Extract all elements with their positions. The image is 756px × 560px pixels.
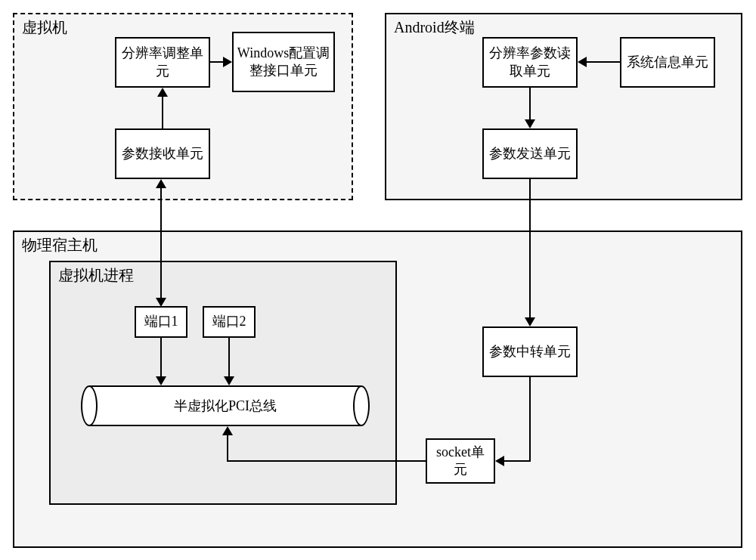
diagram-canvas: 虚拟机 分辨率调整单元 Windows配置调整接口单元 参数接收单元 Andro…: [0, 0, 756, 560]
arrow-socket-to-pci-head: [222, 426, 233, 435]
pci-bus-label: 半虚拟化PCI总线: [174, 397, 277, 415]
arrow-read-to-send-line: [529, 88, 531, 121]
resolution-adjust-unit: 分辨率调整单元: [115, 37, 210, 88]
arrow-port1-to-pci-line: [160, 338, 162, 378]
arrow-port1-paramrecv-down: [156, 298, 166, 307]
arrow-sysinfo-to-read-head: [578, 57, 587, 67]
arrow-sysinfo-to-read-line: [587, 61, 620, 63]
port2-box: 端口2: [203, 306, 256, 338]
host-title: 物理宿主机: [22, 235, 98, 255]
vm-process-title: 虚拟机进程: [58, 265, 134, 286]
vm-title: 虚拟机: [22, 17, 67, 38]
android-title: Android终端: [394, 17, 475, 38]
arrow-port1-paramrecv-line: [160, 187, 162, 299]
arrow-send-to-relay-line: [529, 179, 531, 319]
arrow-receive-to-adjust-line: [162, 97, 163, 128]
arrow-send-to-relay-head: [525, 317, 535, 326]
param-send-unit: 参数发送单元: [482, 128, 578, 179]
param-receive-unit: 参数接收单元: [115, 128, 210, 179]
arrow-socket-to-pci-h: [227, 460, 426, 462]
system-info-unit: 系统信息单元: [620, 37, 715, 88]
arrow-socket-to-pci-v: [227, 435, 228, 462]
arrow-port1-to-pci-head: [156, 376, 166, 385]
arrow-relay-to-socket-h: [503, 460, 531, 462]
windows-config-interface-unit: Windows配置调整接口单元: [232, 32, 335, 92]
arrow-relay-to-socket-v: [529, 377, 531, 462]
arrow-relay-to-socket-head: [495, 456, 504, 466]
arrow-adjust-to-windows-head: [223, 57, 232, 67]
resolution-read-unit: 分辨率参数读取单元: [482, 37, 578, 88]
socket-unit: socket单元: [426, 438, 495, 484]
arrow-receive-to-adjust-head: [157, 88, 168, 97]
param-relay-unit: 参数中转单元: [482, 326, 578, 377]
arrow-port1-paramrecv-up: [156, 179, 166, 188]
arrow-read-to-send-head: [525, 119, 535, 128]
vm-process-container: 虚拟机进程: [49, 261, 397, 505]
arrow-port2-to-pci-head: [224, 376, 234, 385]
port1-box: 端口1: [135, 306, 187, 338]
pci-bus-cylinder: 半虚拟化PCI总线: [89, 385, 361, 426]
arrow-port2-to-pci-line: [228, 338, 230, 378]
